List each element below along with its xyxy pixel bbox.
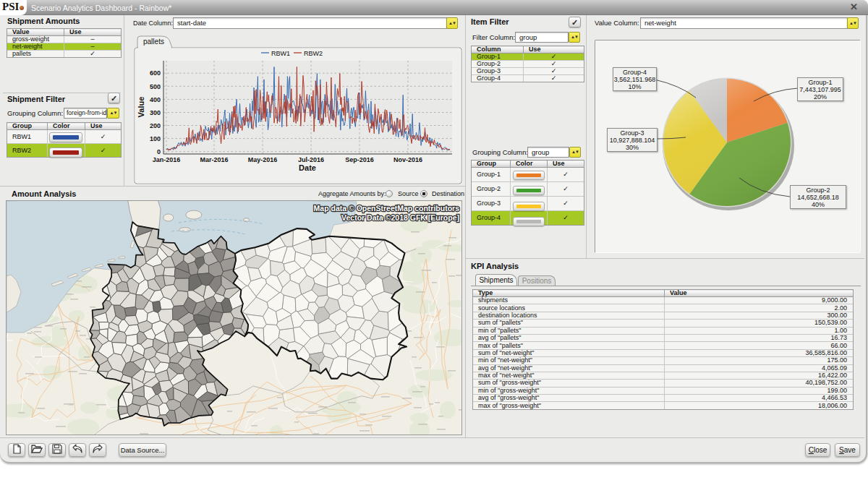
svg-text:100: 100 (150, 135, 161, 142)
svg-text:Jul-2016: Jul-2016 (298, 156, 324, 163)
svg-text:Value: Value (137, 97, 145, 118)
svg-text:Nov-2016: Nov-2016 (393, 156, 422, 163)
svg-text:300: 300 (150, 109, 161, 116)
svg-text:Sep-2016: Sep-2016 (345, 156, 374, 163)
svg-text:Vector Data ©2018 GFK [Europe]: Vector Data ©2018 GFK [Europe] (341, 213, 459, 222)
svg-text:Mar-2016: Mar-2016 (200, 156, 228, 163)
svg-text:pallets: pallets (143, 38, 164, 46)
svg-text:May-2016: May-2016 (248, 156, 278, 163)
svg-text:Date: Date (299, 163, 316, 172)
svg-text:Jan-2016: Jan-2016 (153, 156, 181, 163)
svg-text:500: 500 (150, 83, 161, 90)
svg-text:200: 200 (150, 122, 161, 129)
svg-text:400: 400 (150, 96, 161, 103)
svg-text:Map data © OpenStreetMap contr: Map data © OpenStreetMap contributors (314, 204, 460, 213)
svg-text:0: 0 (157, 148, 161, 155)
svg-text:RBW2: RBW2 (304, 50, 323, 57)
svg-text:RBW1: RBW1 (271, 50, 290, 57)
svg-text:600: 600 (150, 69, 161, 77)
